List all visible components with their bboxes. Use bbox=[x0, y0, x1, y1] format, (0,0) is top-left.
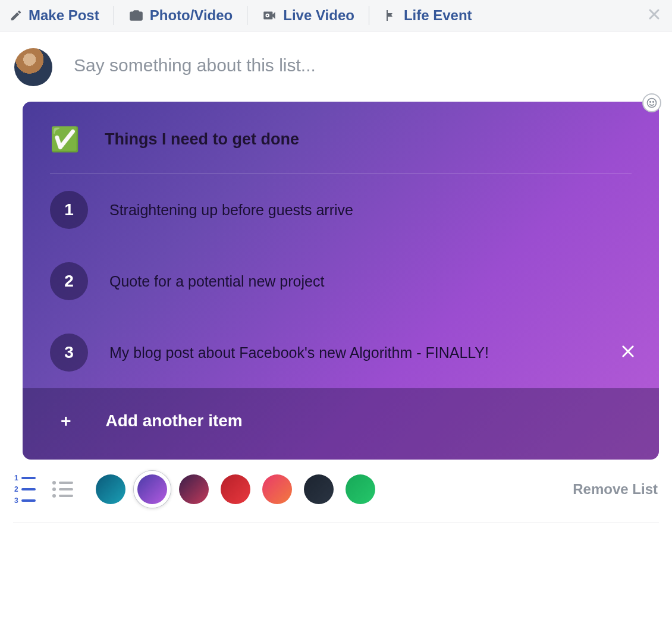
close-composer-button[interactable] bbox=[647, 7, 661, 24]
tab-label: Live Video bbox=[283, 7, 354, 24]
svg-point-6 bbox=[653, 102, 654, 103]
item-number-badge: 3 bbox=[50, 334, 88, 372]
plus-icon: + bbox=[61, 411, 71, 431]
camera-icon bbox=[128, 8, 144, 23]
color-swatch-maroon[interactable] bbox=[179, 474, 209, 504]
tab-life-event[interactable]: Life Event bbox=[369, 6, 486, 25]
add-item-label: Add another item bbox=[106, 411, 243, 430]
composer-row bbox=[0, 32, 672, 91]
remove-list-button[interactable]: Remove List bbox=[573, 481, 658, 498]
delete-item-button[interactable] bbox=[620, 343, 636, 362]
item-text: Quote for a potential new project bbox=[109, 273, 324, 290]
tab-photo-video[interactable]: Photo/Video bbox=[114, 6, 247, 25]
flag-icon bbox=[384, 8, 398, 23]
pencil-icon bbox=[10, 9, 23, 22]
color-swatch-teal[interactable] bbox=[96, 474, 125, 504]
color-swatch-dark[interactable] bbox=[304, 474, 334, 504]
list-item[interactable]: 1Straightening up before guests arrive bbox=[23, 174, 659, 246]
svg-point-1 bbox=[267, 15, 269, 17]
list-item[interactable]: 3My blog post about Facebook's new Algor… bbox=[23, 317, 659, 388]
list-card-wrap: ✅ Things I need to get done 1Straighteni… bbox=[0, 91, 672, 460]
tab-make-post[interactable]: Make Post bbox=[8, 6, 114, 25]
list-style-bullet-button[interactable] bbox=[52, 481, 73, 498]
list-item[interactable]: 2Quote for a potential new project bbox=[23, 246, 659, 317]
emoji-picker-button[interactable] bbox=[642, 93, 661, 112]
list-title-row[interactable]: ✅ Things I need to get done bbox=[50, 102, 632, 174]
composer-tabs: Make Post Photo/Video Live Video Life Ev… bbox=[0, 0, 672, 32]
color-swatch-red[interactable] bbox=[221, 474, 250, 504]
item-number-badge: 2 bbox=[50, 262, 88, 300]
composer-input[interactable] bbox=[74, 55, 658, 76]
svg-point-4 bbox=[648, 99, 657, 108]
color-swatch-green[interactable] bbox=[346, 474, 375, 504]
tab-label: Photo/Video bbox=[150, 7, 233, 24]
item-text: My blog post about Facebook's new Algori… bbox=[109, 344, 489, 361]
list-footer: 1 2 3 Remove List bbox=[0, 460, 672, 523]
add-item-button[interactable]: + Add another item bbox=[23, 388, 659, 460]
list-title: Things I need to get done bbox=[105, 130, 299, 149]
svg-point-5 bbox=[650, 102, 651, 103]
tab-label: Life Event bbox=[404, 7, 472, 24]
item-number-badge: 1 bbox=[50, 191, 88, 229]
divider bbox=[13, 523, 659, 523]
list-style-numbered-button[interactable]: 1 2 3 bbox=[14, 474, 36, 505]
checkmark-icon: ✅ bbox=[50, 125, 80, 153]
tab-live-video[interactable]: Live Video bbox=[247, 6, 369, 25]
videocam-icon bbox=[262, 8, 277, 23]
color-swatches bbox=[96, 474, 375, 504]
tab-label: Make Post bbox=[29, 7, 99, 24]
avatar bbox=[14, 48, 52, 86]
color-swatch-coral[interactable] bbox=[262, 474, 292, 504]
list-card: ✅ Things I need to get done 1Straighteni… bbox=[23, 102, 659, 460]
color-swatch-purple[interactable] bbox=[137, 474, 167, 504]
item-text: Straightening up before guests arrive bbox=[109, 202, 353, 219]
